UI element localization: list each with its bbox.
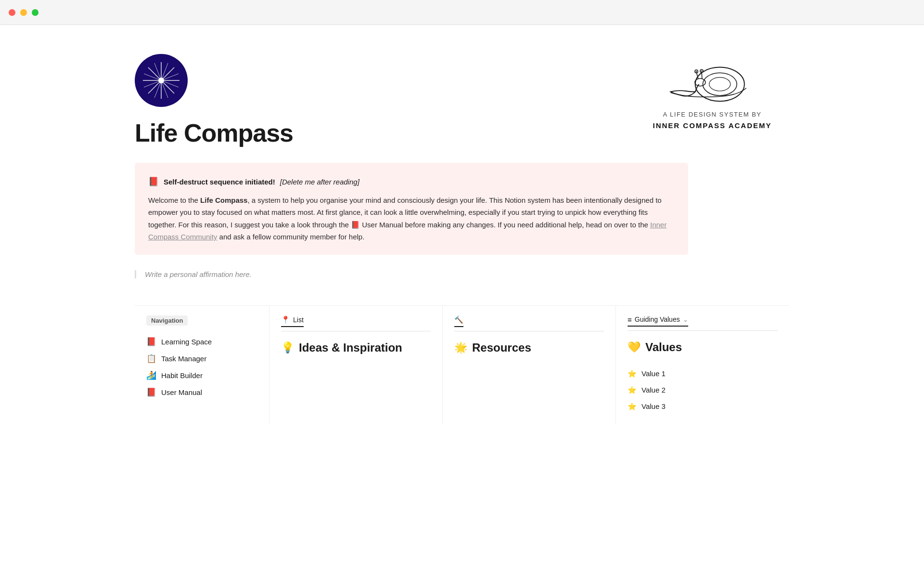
nav-items: 📕 Learning Space 📋 Task Manager 🏄 Habit … bbox=[146, 333, 257, 401]
ideas-title-text: Ideas & Inspiration bbox=[299, 341, 402, 355]
values-list: ⭐ Value 1 ⭐ Value 2 ⭐ Value 3 bbox=[628, 366, 778, 415]
nav-item-task-manager-label: Task Manager bbox=[161, 355, 206, 363]
nav-column: Navigation 📕 Learning Space 📋 Task Manag… bbox=[135, 306, 270, 424]
svg-point-1 bbox=[703, 73, 737, 95]
maximize-button[interactable] bbox=[32, 9, 38, 16]
ideas-column: 📍 List 💡 Ideas & Inspiration bbox=[270, 306, 443, 424]
affirmation-block[interactable]: Write a personal affirmation here. bbox=[135, 270, 789, 278]
minimize-button[interactable] bbox=[20, 9, 27, 16]
info-box-title: Self-destruct sequence initiated! bbox=[164, 176, 275, 188]
ideas-list-tab[interactable]: 📍 List bbox=[281, 315, 304, 327]
ideas-tab-icon: 📍 bbox=[281, 315, 290, 324]
values-tab-label: Guiding Values bbox=[635, 315, 680, 323]
values-filter-chevron[interactable]: ⌄ bbox=[683, 316, 688, 323]
nav-item-learning-space[interactable]: 📕 Learning Space bbox=[146, 333, 257, 350]
titlebar bbox=[0, 0, 924, 25]
values-col-header: ≡ Guiding Values ⌄ bbox=[628, 315, 778, 327]
main-content: A LIFE DESIGN SYSTEM BY INNER COMPASS AC… bbox=[77, 25, 847, 453]
resources-col-header: 🔨 bbox=[454, 315, 604, 327]
nav-grid: Navigation 📕 Learning Space 📋 Task Manag… bbox=[135, 305, 789, 424]
values-title-text: Values bbox=[645, 341, 682, 354]
resources-tab-icon: 🔨 bbox=[454, 315, 463, 324]
user-manual-emoji: 📕 bbox=[146, 387, 156, 397]
svg-point-8 bbox=[696, 71, 697, 72]
logo-tagline: A LIFE DESIGN SYSTEM BY INNER COMPASS AC… bbox=[635, 110, 789, 131]
svg-point-18 bbox=[158, 78, 164, 83]
value-3-emoji: ⭐ bbox=[628, 402, 637, 411]
ideas-section-title: 💡 Ideas & Inspiration bbox=[281, 341, 431, 355]
info-box: 📕 Self-destruct sequence initiated! [Del… bbox=[135, 163, 688, 255]
learning-space-emoji: 📕 bbox=[146, 337, 156, 347]
info-box-subtitle: [Delete me after reading] bbox=[280, 176, 359, 188]
values-item-2[interactable]: ⭐ Value 2 bbox=[628, 382, 778, 398]
values-emoji: 💛 bbox=[628, 341, 641, 354]
value-1-emoji: ⭐ bbox=[628, 369, 637, 378]
svg-point-3 bbox=[695, 79, 706, 86]
svg-point-9 bbox=[701, 70, 702, 71]
habit-builder-emoji: 🏄 bbox=[146, 370, 156, 381]
value-2-emoji: ⭐ bbox=[628, 386, 637, 394]
close-button[interactable] bbox=[9, 9, 15, 16]
ideas-col-header: 📍 List bbox=[281, 315, 431, 327]
values-divider bbox=[628, 330, 778, 331]
resources-tab[interactable]: 🔨 bbox=[454, 315, 463, 327]
resources-divider bbox=[454, 331, 604, 331]
resources-emoji: 🌟 bbox=[454, 342, 467, 354]
info-box-emoji: 📕 bbox=[148, 174, 159, 189]
ideas-tab-label: List bbox=[293, 316, 304, 324]
values-item-1[interactable]: ⭐ Value 1 bbox=[628, 366, 778, 382]
values-item-3[interactable]: ⭐ Value 3 bbox=[628, 398, 778, 415]
nav-item-habit-builder-label: Habit Builder bbox=[161, 371, 203, 380]
nav-item-user-manual[interactable]: 📕 User Manual bbox=[146, 384, 257, 401]
snail-icon bbox=[659, 54, 765, 103]
nav-item-task-manager[interactable]: 📋 Task Manager bbox=[146, 350, 257, 367]
values-tab-icon: ≡ bbox=[628, 315, 632, 324]
value-3-label: Value 3 bbox=[642, 402, 666, 410]
value-1-label: Value 1 bbox=[642, 369, 666, 378]
nav-item-learning-space-label: Learning Space bbox=[161, 338, 212, 346]
value-2-label: Value 2 bbox=[642, 386, 666, 394]
affirmation-text: Write a personal affirmation here. bbox=[145, 270, 252, 278]
task-manager-emoji: 📋 bbox=[146, 354, 156, 364]
info-box-header: 📕 Self-destruct sequence initiated! [Del… bbox=[148, 174, 675, 189]
page-icon bbox=[135, 54, 188, 107]
info-box-body: Welcome to the Life Compass, a system to… bbox=[148, 194, 675, 243]
resources-column: 🔨 🌟 Resources bbox=[443, 306, 616, 424]
values-tab[interactable]: ≡ Guiding Values ⌄ bbox=[628, 315, 688, 327]
top-right-logo: A LIFE DESIGN SYSTEM BY INNER COMPASS AC… bbox=[635, 54, 789, 131]
star-burst-icon bbox=[142, 61, 180, 100]
resources-title-text: Resources bbox=[472, 341, 531, 355]
resources-section-title: 🌟 Resources bbox=[454, 341, 604, 355]
nav-item-habit-builder[interactable]: 🏄 Habit Builder bbox=[146, 367, 257, 384]
ideas-divider bbox=[281, 331, 431, 331]
svg-point-2 bbox=[709, 78, 731, 91]
values-section-title: 💛 Values bbox=[628, 341, 778, 354]
nav-item-user-manual-label: User Manual bbox=[161, 388, 202, 396]
values-column: ≡ Guiding Values ⌄ 💛 Values ⭐ Value 1 bbox=[616, 306, 789, 424]
nav-label: Navigation bbox=[146, 315, 188, 326]
ideas-emoji: 💡 bbox=[281, 342, 294, 354]
